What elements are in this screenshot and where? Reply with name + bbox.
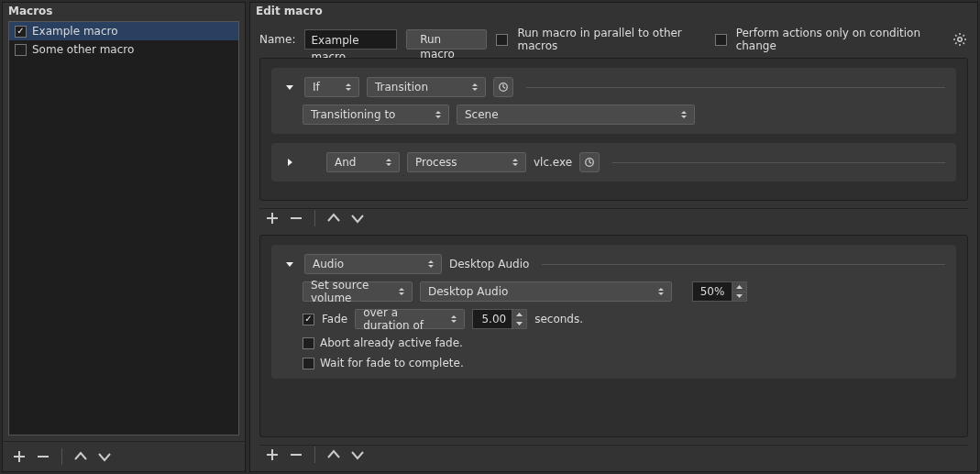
action-block: Audio Desktop Audio Set source volume De… [271, 245, 956, 379]
timer-icon[interactable] [579, 152, 600, 172]
action-side-label: Desktop Audio [449, 258, 529, 270]
list-item[interactable]: Example macro [9, 22, 238, 40]
fade-duration-input[interactable]: 5.00 [472, 309, 527, 329]
edit-header-row: Name: Example macro Run macro Run macro … [250, 21, 977, 58]
move-down-button[interactable] [95, 447, 114, 466]
actions-toolbar [259, 445, 968, 464]
macro-name-input[interactable]: Example macro [304, 29, 397, 50]
macro-list[interactable]: Example macro Some other macro [8, 21, 239, 435]
move-up-button[interactable] [72, 447, 90, 466]
add-button[interactable] [263, 446, 281, 464]
name-label: Name: [259, 33, 295, 46]
conditions-section: If Transition Transitioning to Scene [259, 58, 968, 201]
macro-checkbox[interactable] [15, 44, 27, 56]
fade-mode-select[interactable]: over a duration of [355, 309, 465, 329]
move-up-button[interactable] [325, 446, 343, 464]
fade-suffix: seconds. [534, 313, 583, 325]
condition-type-select[interactable]: Transition [367, 77, 486, 97]
logic-select[interactable]: And [326, 152, 400, 172]
logic-select[interactable]: If [304, 77, 359, 97]
action-method-select[interactable]: Set source volume [303, 281, 413, 302]
edit-macro-panel: Edit macro Name: Example macro Run macro… [249, 2, 978, 472]
remove-button[interactable] [34, 447, 52, 466]
separator [542, 264, 945, 265]
separator [314, 446, 315, 463]
settings-button[interactable] [952, 30, 968, 49]
parallel-checkbox[interactable] [496, 34, 508, 46]
macros-toolbar [3, 441, 245, 471]
stepper-up-icon [512, 310, 526, 320]
run-macro-button[interactable]: Run macro [406, 29, 487, 50]
macros-panel: Macros Example macro Some other macro [2, 2, 246, 472]
fade-checkbox[interactable] [303, 314, 314, 325]
wait-fade-checkbox[interactable] [303, 358, 314, 369]
macro-label: Some other macro [32, 43, 134, 56]
action-source-select[interactable]: Desktop Audio [420, 281, 672, 302]
transition-field-select[interactable]: Transitioning to [303, 105, 449, 125]
condition-block: And Process vlc.exe [271, 143, 956, 182]
transition-target-select[interactable]: Scene [457, 105, 695, 125]
condition-type-select[interactable]: Process [407, 152, 526, 172]
add-button[interactable] [10, 447, 28, 466]
fade-label: Fade [322, 313, 347, 325]
svg-point-0 [958, 38, 962, 41]
conditions-toolbar [259, 208, 968, 227]
volume-input[interactable]: 50% [692, 281, 747, 302]
disclosure-expanded-icon[interactable] [282, 80, 297, 94]
stepper-down-icon [732, 292, 746, 302]
list-item[interactable]: Some other macro [9, 40, 238, 59]
macros-title: Macros [3, 3, 245, 21]
stepper-down-icon [512, 320, 526, 329]
edit-macro-title: Edit macro [250, 3, 977, 21]
move-down-button[interactable] [348, 209, 367, 227]
add-button[interactable] [263, 209, 281, 227]
move-up-button[interactable] [325, 209, 343, 227]
abort-fade-label: Abort already active fade. [320, 336, 463, 349]
actions-section: Audio Desktop Audio Set source volume De… [259, 235, 968, 437]
timer-icon[interactable] [493, 77, 513, 97]
condition-value: vlc.exe [534, 156, 572, 169]
stepper-up-icon [732, 282, 746, 292]
parallel-label: Run macro in parallel to other macros [517, 27, 705, 52]
wait-fade-label: Wait for fade to complete. [320, 357, 464, 369]
condition-change-checkbox[interactable] [715, 34, 727, 46]
condition-change-label: Perform actions only on condition change [736, 27, 942, 52]
separator [612, 162, 945, 163]
remove-button[interactable] [287, 209, 305, 227]
separator [526, 87, 945, 88]
remove-button[interactable] [287, 446, 305, 464]
macro-label: Example macro [32, 25, 118, 38]
separator [314, 210, 315, 226]
abort-fade-checkbox[interactable] [303, 337, 314, 349]
move-down-button[interactable] [348, 446, 367, 464]
action-type-select[interactable]: Audio [304, 254, 442, 274]
disclosure-expanded-icon[interactable] [282, 257, 297, 271]
separator [61, 448, 62, 465]
macro-checkbox[interactable] [15, 26, 27, 38]
condition-block: If Transition Transitioning to Scene [271, 68, 956, 134]
disclosure-collapsed-icon[interactable] [282, 155, 297, 170]
